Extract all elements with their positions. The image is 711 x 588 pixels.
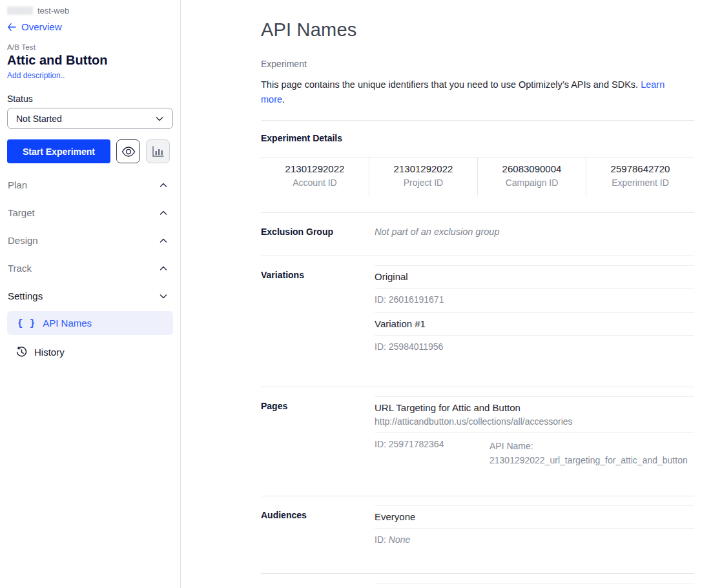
experiment-details-table: 21301292022 Account ID 21301292022 Proje… bbox=[261, 157, 694, 196]
sidebar-item-track[interactable]: Track bbox=[7, 254, 173, 282]
chevron-down-icon bbox=[155, 114, 164, 123]
variation-name: Variation #1 bbox=[375, 312, 694, 335]
events-section: Events Visit Page: Cart ID: 25874761169 … bbox=[261, 573, 694, 588]
exclusion-group-value: Not part of an exclusion group bbox=[375, 222, 499, 237]
page-url: http://atticandbutton.us/collections/all… bbox=[375, 416, 694, 427]
project-id-value: 21301292022 bbox=[369, 163, 477, 174]
redacted-project-logo bbox=[7, 6, 33, 15]
experiment-details-heading: Experiment Details bbox=[261, 133, 694, 143]
audience-id-value: None bbox=[389, 534, 410, 545]
overview-link-label: Overview bbox=[21, 21, 62, 32]
app-window: test-web Overview A/B Test Attic and But… bbox=[0, 0, 711, 588]
account-id-label: Account ID bbox=[261, 177, 369, 188]
variation-name: Original bbox=[375, 265, 694, 288]
details-col-account: 21301292022 Account ID bbox=[261, 157, 369, 196]
sidebar: test-web Overview A/B Test Attic and But… bbox=[0, 0, 181, 588]
chevron-up-icon bbox=[159, 236, 168, 245]
api-name-prefix: API Name: bbox=[489, 441, 533, 451]
campaign-id-label: Campaign ID bbox=[478, 177, 586, 188]
audience-id-prefix: ID: bbox=[375, 534, 389, 545]
page-id-row: ID: 25971782364 API Name: 21301292022_ur… bbox=[375, 432, 694, 475]
results-button[interactable] bbox=[146, 139, 170, 163]
preview-button[interactable] bbox=[116, 139, 140, 163]
chevron-down-icon bbox=[159, 292, 168, 301]
details-col-experiment: 25978642720 Experiment ID bbox=[586, 157, 694, 196]
sidebar-item-target[interactable]: Target bbox=[7, 199, 173, 227]
audience-name: Everyone bbox=[375, 505, 694, 528]
sidebar-item-design[interactable]: Design bbox=[7, 227, 173, 254]
sidebar-item-api-names[interactable]: { } API Names bbox=[7, 311, 173, 335]
eye-icon bbox=[121, 147, 136, 157]
status-dropdown-value: Not Started bbox=[16, 114, 62, 124]
project-name-label: test-web bbox=[37, 6, 69, 15]
main-content: API Names Experiment This page contains … bbox=[181, 0, 711, 588]
audiences-section: Audiences Everyone ID: None bbox=[261, 496, 694, 573]
section-divider bbox=[261, 120, 694, 121]
audience-id: ID: None bbox=[375, 528, 694, 553]
page-title: API Names bbox=[261, 19, 694, 41]
sidebar-item-history[interactable]: History bbox=[7, 340, 173, 364]
chevron-up-icon bbox=[159, 264, 168, 273]
api-name-value: 21301292022_url_targeting_for_attic_and_… bbox=[489, 453, 694, 467]
event-name: Visit Page: Cart bbox=[375, 583, 694, 588]
exclusion-group-label: Exclusion Group bbox=[261, 222, 375, 238]
pages-label: Pages bbox=[261, 396, 375, 496]
history-icon bbox=[16, 347, 27, 358]
experiment-id-value: 25978642720 bbox=[586, 163, 694, 174]
audiences-label: Audiences bbox=[261, 505, 375, 573]
braces-icon: { } bbox=[17, 318, 36, 329]
page-description: This page contains the unique identifier… bbox=[261, 77, 687, 107]
experiment-name-heading: Attic and Button bbox=[7, 53, 173, 68]
action-button-row: Start Experiment bbox=[7, 139, 173, 163]
back-to-overview-link[interactable]: Overview bbox=[7, 21, 62, 32]
exclusion-group-section: Exclusion Group Not part of an exclusion… bbox=[261, 212, 694, 256]
bar-chart-icon bbox=[152, 146, 165, 157]
learn-more-period: . bbox=[282, 94, 285, 105]
chevron-up-icon bbox=[159, 181, 168, 190]
variation-id: ID: 25984011956 bbox=[375, 335, 694, 360]
variations-label: Variations bbox=[261, 265, 375, 387]
back-arrow-icon bbox=[7, 23, 16, 32]
page-name: URL Targeting for Attic and Button bbox=[375, 402, 694, 413]
status-label: Status bbox=[7, 94, 173, 104]
add-description-link[interactable]: Add description.. bbox=[7, 71, 65, 80]
description-text: This page contains the unique identifier… bbox=[261, 79, 638, 90]
page-entry: URL Targeting for Attic and Button http:… bbox=[375, 396, 694, 432]
variations-section: Variations Original ID: 26016191671 Vari… bbox=[261, 256, 694, 387]
campaign-id-value: 26083090004 bbox=[478, 163, 586, 174]
experiment-id-label: Experiment ID bbox=[586, 177, 694, 188]
sidebar-nav: Plan Target Design Track bbox=[7, 171, 173, 364]
project-id-label: Project ID bbox=[369, 177, 477, 188]
experiment-type-label: A/B Test bbox=[7, 43, 173, 51]
page-api-name: API Name: 21301292022_url_targeting_for_… bbox=[489, 439, 694, 467]
sidebar-item-settings[interactable]: Settings bbox=[7, 282, 173, 310]
details-col-project: 21301292022 Project ID bbox=[369, 157, 477, 196]
project-row: test-web bbox=[7, 6, 173, 15]
details-col-campaign: 26083090004 Campaign ID bbox=[477, 157, 586, 196]
events-label: Events bbox=[261, 583, 375, 588]
sidebar-item-plan[interactable]: Plan bbox=[7, 171, 173, 199]
page-subtitle: Experiment bbox=[261, 59, 694, 69]
status-dropdown[interactable]: Not Started bbox=[7, 108, 173, 129]
start-experiment-button[interactable]: Start Experiment bbox=[7, 139, 110, 163]
account-id-value: 21301292022 bbox=[261, 163, 369, 174]
pages-section: Pages URL Targeting for Attic and Button… bbox=[261, 387, 694, 496]
page-id: ID: 25971782364 bbox=[375, 439, 489, 467]
chevron-up-icon bbox=[159, 208, 168, 218]
variation-id: ID: 26016191671 bbox=[375, 288, 694, 312]
